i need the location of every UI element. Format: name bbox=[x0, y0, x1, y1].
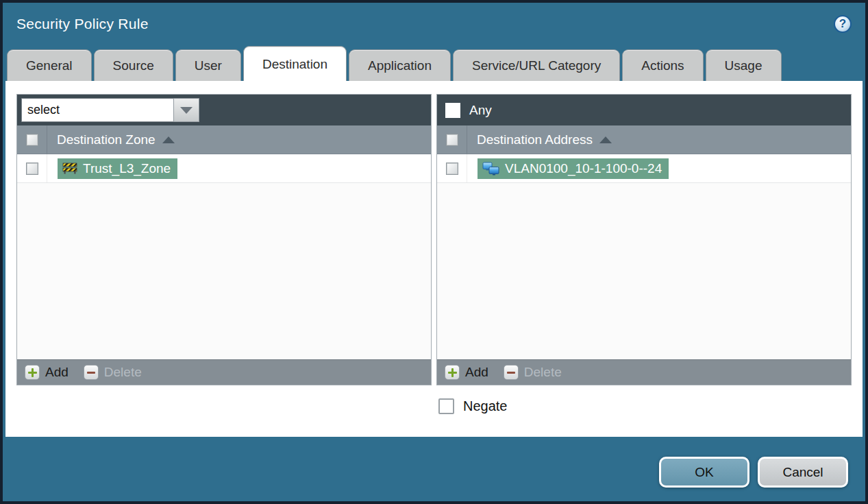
zone-column-label: Destination Zone bbox=[57, 132, 156, 147]
ok-button[interactable]: OK bbox=[659, 457, 749, 488]
destination-address-panel: Any Destination Address bbox=[436, 94, 852, 385]
address-row-label: VLAN0100_10-1-100-0--24 bbox=[505, 161, 662, 176]
address-add-label: Add bbox=[465, 365, 488, 380]
cancel-button[interactable]: Cancel bbox=[758, 457, 848, 488]
add-icon bbox=[445, 365, 460, 380]
address-row-checkbox-cell bbox=[437, 154, 467, 182]
zone-delete-label: Delete bbox=[104, 365, 142, 380]
negate-label: Negate bbox=[463, 398, 508, 414]
address-add-button[interactable]: Add bbox=[445, 365, 488, 380]
address-list: VLAN0100_10-1-100-0--24 bbox=[437, 154, 851, 359]
sort-ascending-icon bbox=[162, 136, 175, 143]
zone-select-combo bbox=[21, 98, 199, 122]
dialog-title: Security Policy Rule bbox=[16, 16, 149, 32]
address-icon bbox=[482, 162, 499, 176]
negate-row: Negate bbox=[438, 398, 852, 414]
zone-row-label: Trust_L3_Zone bbox=[83, 161, 171, 176]
tab-service-url-category[interactable]: Service/URL Category bbox=[453, 49, 620, 81]
zone-select-all-checkbox[interactable] bbox=[26, 134, 38, 146]
zone-row-checkbox[interactable] bbox=[26, 163, 38, 175]
zone-column-header[interactable]: Destination Zone bbox=[17, 125, 431, 154]
address-delete-button[interactable]: Delete bbox=[504, 365, 562, 380]
dialog-titlebar: Security Policy Rule ? bbox=[3, 3, 865, 45]
tab-application[interactable]: Application bbox=[349, 49, 451, 81]
address-header-checkbox-cell bbox=[437, 125, 467, 154]
address-column-header[interactable]: Destination Address bbox=[437, 125, 851, 154]
zone-panel-footer: Add Delete bbox=[17, 359, 431, 385]
negate-checkbox[interactable] bbox=[438, 398, 454, 414]
zone-select-dropdown-button[interactable] bbox=[173, 98, 199, 122]
address-row-vlan0100[interactable]: VLAN0100_10-1-100-0--24 bbox=[437, 154, 851, 183]
zone-add-button[interactable]: Add bbox=[25, 365, 69, 380]
sort-ascending-icon bbox=[599, 136, 612, 143]
tab-actions[interactable]: Actions bbox=[622, 49, 703, 81]
address-row-checkbox[interactable] bbox=[446, 163, 458, 175]
zone-icon bbox=[62, 163, 77, 174]
chevron-down-icon bbox=[180, 107, 193, 114]
tab-usage[interactable]: Usage bbox=[706, 49, 782, 81]
tab-bar: General Source User Destination Applicat… bbox=[3, 45, 865, 81]
security-policy-rule-dialog: Security Policy Rule ? General Source Us… bbox=[0, 0, 868, 504]
address-column-label: Destination Address bbox=[477, 132, 593, 147]
tab-user[interactable]: User bbox=[175, 49, 241, 81]
address-selected-chip: VLAN0100_10-1-100-0--24 bbox=[478, 158, 669, 179]
any-label: Any bbox=[469, 103, 492, 118]
destination-address-column: Any Destination Address bbox=[436, 94, 852, 437]
zone-select-input[interactable] bbox=[21, 98, 173, 122]
destination-tab-content: Destination Zone bbox=[5, 81, 863, 437]
tab-general[interactable]: General bbox=[7, 49, 92, 81]
address-panel-toolbar: Any bbox=[437, 95, 851, 125]
address-panel-footer: Add Delete bbox=[437, 359, 851, 385]
zone-row-checkbox-cell bbox=[17, 154, 47, 182]
zone-list: Trust_L3_Zone bbox=[17, 154, 431, 359]
add-icon bbox=[25, 365, 40, 380]
zone-row-trust-l3[interactable]: Trust_L3_Zone bbox=[17, 154, 431, 183]
address-select-all-checkbox[interactable] bbox=[446, 134, 458, 146]
zone-selected-chip: Trust_L3_Zone bbox=[58, 158, 177, 179]
zone-add-label: Add bbox=[45, 365, 69, 380]
address-delete-label: Delete bbox=[524, 365, 562, 380]
tab-source[interactable]: Source bbox=[94, 49, 173, 81]
delete-icon bbox=[504, 365, 519, 380]
zone-panel-toolbar bbox=[17, 95, 431, 125]
help-icon[interactable]: ? bbox=[834, 15, 852, 33]
delete-icon bbox=[84, 365, 99, 380]
any-checkbox[interactable] bbox=[445, 103, 460, 118]
zone-header-checkbox-cell bbox=[17, 125, 47, 154]
destination-zone-panel: Destination Zone bbox=[16, 94, 432, 385]
zone-delete-button[interactable]: Delete bbox=[84, 365, 142, 380]
tab-destination[interactable]: Destination bbox=[243, 46, 347, 81]
